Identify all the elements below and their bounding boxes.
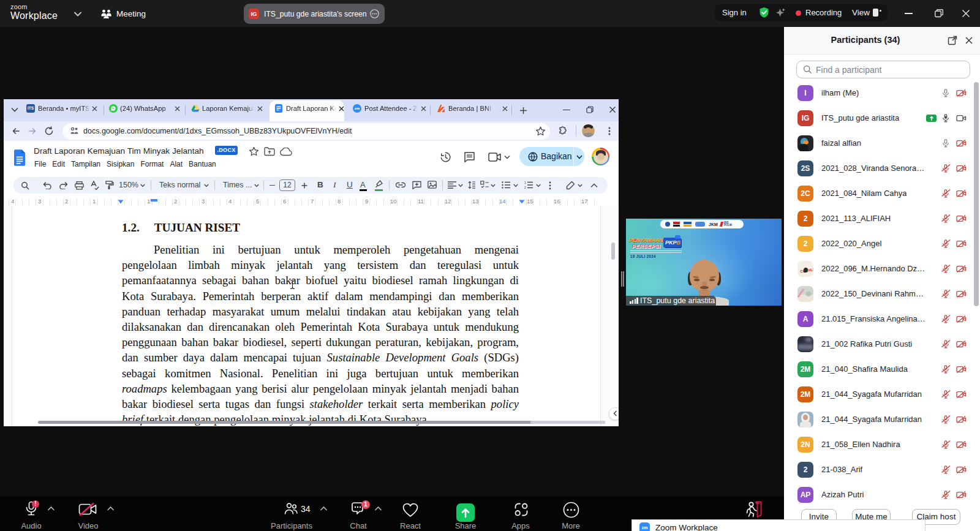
svg-text:2: 2 [524, 186, 526, 189]
svg-text:1: 1 [524, 181, 526, 184]
